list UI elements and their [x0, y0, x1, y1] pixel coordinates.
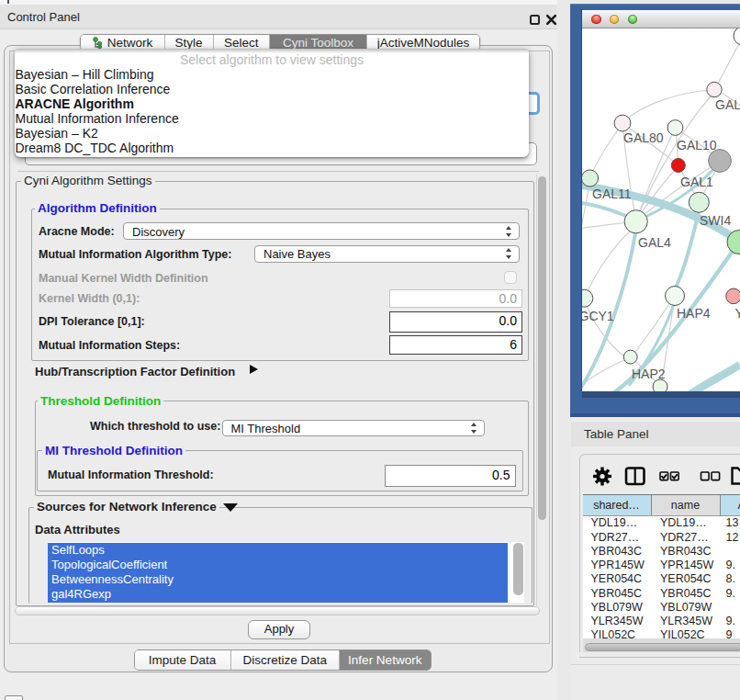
- svg-text:GAL10: GAL10: [677, 138, 717, 152]
- svg-text:HAP2: HAP2: [632, 367, 666, 381]
- svg-text:GAL2: GAL2: [715, 97, 740, 112]
- svg-text:GAL4: GAL4: [638, 235, 671, 250]
- svg-text:Y: Y: [735, 306, 740, 321]
- svg-text:HAP4: HAP4: [677, 306, 711, 321]
- svg-text:GAL1: GAL1: [680, 175, 713, 189]
- svg-text:GCY1: GCY1: [582, 309, 614, 323]
- svg-text:GAL11: GAL11: [592, 186, 632, 201]
- svg-text:SWI4: SWI4: [700, 213, 731, 228]
- svg-text:GAL80: GAL80: [623, 130, 664, 145]
